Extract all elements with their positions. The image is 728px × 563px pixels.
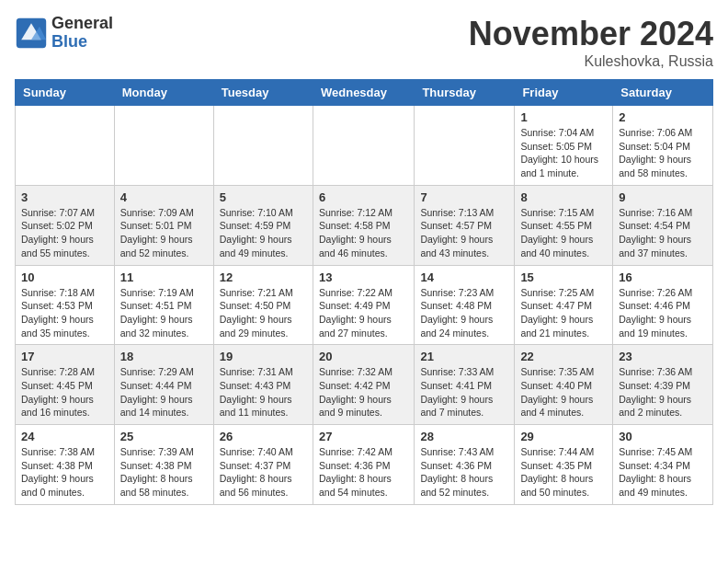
day-info: Sunrise: 7:07 AM Sunset: 5:02 PM Dayligh… xyxy=(21,206,108,260)
calendar-day-cell: 12Sunrise: 7:21 AM Sunset: 4:50 PM Dayli… xyxy=(213,265,313,345)
day-number: 27 xyxy=(319,430,408,443)
day-info: Sunrise: 7:23 AM Sunset: 4:48 PM Dayligh… xyxy=(420,286,508,340)
weekday-header: Friday xyxy=(515,80,613,106)
day-info: Sunrise: 7:22 AM Sunset: 4:49 PM Dayligh… xyxy=(319,286,408,340)
day-number: 4 xyxy=(120,190,208,204)
day-number: 20 xyxy=(319,350,408,363)
day-info: Sunrise: 7:28 AM Sunset: 4:45 PM Dayligh… xyxy=(21,365,108,419)
calendar-week-row: 10Sunrise: 7:18 AM Sunset: 4:53 PM Dayli… xyxy=(16,265,713,345)
calendar-week-row: 17Sunrise: 7:28 AM Sunset: 4:45 PM Dayli… xyxy=(16,345,713,425)
day-info: Sunrise: 7:42 AM Sunset: 4:36 PM Dayligh… xyxy=(319,445,408,500)
day-number: 5 xyxy=(220,190,307,204)
calendar-day-cell: 13Sunrise: 7:22 AM Sunset: 4:49 PM Dayli… xyxy=(313,265,414,345)
day-info: Sunrise: 7:36 AM Sunset: 4:39 PM Dayligh… xyxy=(619,365,707,419)
day-number: 28 xyxy=(420,430,508,443)
calendar-day-cell: 15Sunrise: 7:25 AM Sunset: 4:47 PM Dayli… xyxy=(515,265,613,345)
calendar-week-row: 1Sunrise: 7:04 AM Sunset: 5:05 PM Daylig… xyxy=(16,106,713,186)
calendar-day-cell: 30Sunrise: 7:45 AM Sunset: 4:34 PM Dayli… xyxy=(613,425,713,505)
calendar-empty-cell xyxy=(313,106,414,186)
day-info: Sunrise: 7:15 AM Sunset: 4:55 PM Dayligh… xyxy=(520,206,607,260)
day-number: 1 xyxy=(520,110,607,124)
day-number: 21 xyxy=(420,350,508,363)
day-info: Sunrise: 7:26 AM Sunset: 4:46 PM Dayligh… xyxy=(619,286,707,340)
location: Kuleshovka, Russia xyxy=(469,53,713,70)
calendar-day-cell: 19Sunrise: 7:31 AM Sunset: 4:43 PM Dayli… xyxy=(213,345,313,425)
calendar-empty-cell xyxy=(16,106,115,186)
day-info: Sunrise: 7:43 AM Sunset: 4:36 PM Dayligh… xyxy=(420,445,508,500)
weekday-header: Tuesday xyxy=(213,80,313,106)
calendar-day-cell: 7Sunrise: 7:13 AM Sunset: 4:57 PM Daylig… xyxy=(415,185,515,265)
day-info: Sunrise: 7:09 AM Sunset: 5:01 PM Dayligh… xyxy=(120,206,208,260)
calendar-day-cell: 6Sunrise: 7:12 AM Sunset: 4:58 PM Daylig… xyxy=(313,185,414,265)
day-info: Sunrise: 7:29 AM Sunset: 4:44 PM Dayligh… xyxy=(120,365,208,419)
day-number: 15 xyxy=(520,270,607,284)
calendar-day-cell: 5Sunrise: 7:10 AM Sunset: 4:59 PM Daylig… xyxy=(213,185,313,265)
logo-general: General xyxy=(51,15,113,33)
calendar-day-cell: 3Sunrise: 7:07 AM Sunset: 5:02 PM Daylig… xyxy=(16,185,115,265)
day-number: 30 xyxy=(619,430,707,443)
day-info: Sunrise: 7:35 AM Sunset: 4:40 PM Dayligh… xyxy=(520,365,607,419)
day-number: 18 xyxy=(120,350,208,363)
calendar-table: SundayMondayTuesdayWednesdayThursdayFrid… xyxy=(15,79,713,505)
day-info: Sunrise: 7:19 AM Sunset: 4:51 PM Dayligh… xyxy=(120,286,208,340)
calendar-day-cell: 17Sunrise: 7:28 AM Sunset: 4:45 PM Dayli… xyxy=(16,345,115,425)
day-number: 24 xyxy=(21,430,108,443)
day-info: Sunrise: 7:25 AM Sunset: 4:47 PM Dayligh… xyxy=(520,286,607,340)
weekday-header: Saturday xyxy=(613,80,713,106)
day-info: Sunrise: 7:04 AM Sunset: 5:05 PM Dayligh… xyxy=(520,126,607,180)
calendar-day-cell: 2Sunrise: 7:06 AM Sunset: 5:04 PM Daylig… xyxy=(613,106,713,186)
weekday-header: Wednesday xyxy=(313,80,414,106)
calendar-day-cell: 25Sunrise: 7:39 AM Sunset: 4:38 PM Dayli… xyxy=(114,425,213,505)
calendar-day-cell: 21Sunrise: 7:33 AM Sunset: 4:41 PM Dayli… xyxy=(415,345,515,425)
logo-icon xyxy=(15,17,48,50)
calendar-empty-cell xyxy=(415,106,515,186)
day-number: 9 xyxy=(619,190,707,204)
calendar-week-row: 3Sunrise: 7:07 AM Sunset: 5:02 PM Daylig… xyxy=(16,185,713,265)
day-info: Sunrise: 7:32 AM Sunset: 4:42 PM Dayligh… xyxy=(319,365,408,419)
calendar-day-cell: 8Sunrise: 7:15 AM Sunset: 4:55 PM Daylig… xyxy=(515,185,613,265)
calendar-day-cell: 27Sunrise: 7:42 AM Sunset: 4:36 PM Dayli… xyxy=(313,425,414,505)
calendar-empty-cell xyxy=(114,106,213,186)
logo: General Blue xyxy=(15,15,113,52)
title-block: November 2024 Kuleshovka, Russia xyxy=(469,15,713,70)
day-number: 3 xyxy=(21,190,108,204)
day-info: Sunrise: 7:40 AM Sunset: 4:37 PM Dayligh… xyxy=(220,445,307,500)
day-number: 29 xyxy=(520,430,607,443)
day-info: Sunrise: 7:12 AM Sunset: 4:58 PM Dayligh… xyxy=(319,206,408,260)
day-number: 6 xyxy=(319,190,408,204)
calendar-day-cell: 26Sunrise: 7:40 AM Sunset: 4:37 PM Dayli… xyxy=(213,425,313,505)
day-number: 10 xyxy=(21,270,108,284)
logo-blue: Blue xyxy=(51,33,113,52)
calendar-day-cell: 28Sunrise: 7:43 AM Sunset: 4:36 PM Dayli… xyxy=(415,425,515,505)
day-info: Sunrise: 7:06 AM Sunset: 5:04 PM Dayligh… xyxy=(619,126,707,180)
calendar-day-cell: 23Sunrise: 7:36 AM Sunset: 4:39 PM Dayli… xyxy=(613,345,713,425)
calendar-header-row: SundayMondayTuesdayWednesdayThursdayFrid… xyxy=(16,80,713,106)
month-title: November 2024 xyxy=(469,15,713,53)
calendar-day-cell: 20Sunrise: 7:32 AM Sunset: 4:42 PM Dayli… xyxy=(313,345,414,425)
day-number: 13 xyxy=(319,270,408,284)
day-number: 17 xyxy=(21,350,108,363)
day-number: 7 xyxy=(420,190,508,204)
day-info: Sunrise: 7:33 AM Sunset: 4:41 PM Dayligh… xyxy=(420,365,508,419)
day-info: Sunrise: 7:39 AM Sunset: 4:38 PM Dayligh… xyxy=(120,445,208,500)
day-number: 23 xyxy=(619,350,707,363)
day-info: Sunrise: 7:16 AM Sunset: 4:54 PM Dayligh… xyxy=(619,206,707,260)
day-number: 8 xyxy=(520,190,607,204)
day-number: 11 xyxy=(120,270,208,284)
calendar-empty-cell xyxy=(213,106,313,186)
day-number: 16 xyxy=(619,270,707,284)
day-info: Sunrise: 7:45 AM Sunset: 4:34 PM Dayligh… xyxy=(619,445,707,500)
day-number: 14 xyxy=(420,270,508,284)
day-info: Sunrise: 7:10 AM Sunset: 4:59 PM Dayligh… xyxy=(220,206,307,260)
day-number: 22 xyxy=(520,350,607,363)
weekday-header: Thursday xyxy=(415,80,515,106)
calendar-day-cell: 22Sunrise: 7:35 AM Sunset: 4:40 PM Dayli… xyxy=(515,345,613,425)
day-info: Sunrise: 7:44 AM Sunset: 4:35 PM Dayligh… xyxy=(520,445,607,500)
calendar-day-cell: 14Sunrise: 7:23 AM Sunset: 4:48 PM Dayli… xyxy=(415,265,515,345)
calendar-day-cell: 16Sunrise: 7:26 AM Sunset: 4:46 PM Dayli… xyxy=(613,265,713,345)
day-number: 25 xyxy=(120,430,208,443)
weekday-header: Monday xyxy=(114,80,213,106)
day-info: Sunrise: 7:13 AM Sunset: 4:57 PM Dayligh… xyxy=(420,206,508,260)
calendar-day-cell: 24Sunrise: 7:38 AM Sunset: 4:38 PM Dayli… xyxy=(16,425,115,505)
calendar-day-cell: 11Sunrise: 7:19 AM Sunset: 4:51 PM Dayli… xyxy=(114,265,213,345)
